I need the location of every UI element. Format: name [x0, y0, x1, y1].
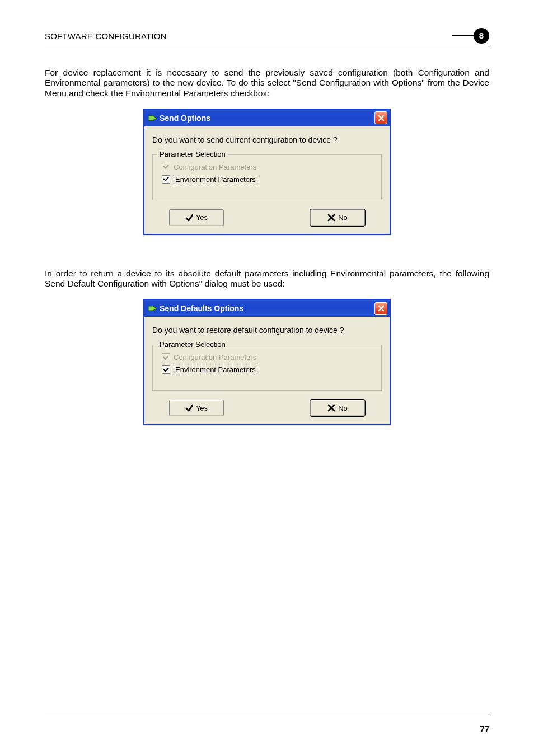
group-legend: Parameter Selection: [157, 340, 228, 349]
dialog2-titlebar[interactable]: Send Defaults Options: [144, 300, 390, 317]
config-parameters-checkbox-row: Configuration Parameters: [162, 353, 376, 361]
paragraph-1: For device replacement it is necessary t…: [45, 68, 489, 98]
environment-parameters-checkbox-row[interactable]: Environment Parameters: [162, 175, 376, 184]
page-header: SOFTWARE CONFIGURATION 8: [45, 28, 489, 45]
environment-parameters-label: Environment Parameters: [174, 365, 257, 374]
close-button[interactable]: [374, 302, 387, 315]
close-icon: [378, 115, 385, 121]
svg-marker-1: [148, 306, 157, 311]
checkmark-icon: [163, 163, 169, 170]
close-icon: [378, 305, 385, 312]
app-icon: [148, 114, 157, 123]
cross-icon: [327, 404, 335, 412]
chapter-number: 8: [474, 28, 489, 44]
dialog1-title-left: Send Options: [148, 114, 210, 123]
chapter-badge: 8: [456, 28, 489, 44]
dialog1-buttons: Yes No: [152, 209, 382, 226]
dialog2-title-left: Send Defaults Options: [148, 304, 243, 313]
dialog2-question: Do you want to restore default configura…: [152, 326, 382, 335]
cross-icon: [327, 214, 335, 222]
dialog2-buttons: Yes No: [152, 400, 382, 416]
send-options-dialog: Send Options Do you want to send current…: [143, 109, 391, 235]
paragraph-2: In order to return a device to its absol…: [45, 269, 489, 289]
dialog1-question: Do you want to send current configuratio…: [152, 135, 382, 144]
environment-parameters-checkbox-row[interactable]: Environment Parameters: [162, 365, 376, 374]
checkmark-icon: [185, 214, 193, 222]
page-number: 77: [480, 724, 489, 734]
environment-parameters-checkbox[interactable]: [162, 175, 170, 184]
dialog2-wrap: Send Defaults Options Do you want to res…: [45, 299, 489, 425]
config-parameters-label: Configuration Parameters: [174, 353, 256, 361]
yes-button[interactable]: Yes: [169, 209, 224, 226]
dialog1-titlebar[interactable]: Send Options: [144, 110, 390, 126]
checkmark-icon: [163, 354, 169, 360]
dialog1-title: Send Options: [160, 114, 210, 123]
parameter-selection-group: Parameter Selection Configuration Parame…: [152, 154, 382, 200]
document-page: SOFTWARE CONFIGURATION 8 For device repl…: [0, 0, 534, 756]
no-button[interactable]: No: [310, 209, 365, 226]
yes-label: Yes: [196, 404, 208, 412]
send-defaults-options-dialog: Send Defaults Options Do you want to res…: [143, 299, 391, 425]
dialog2-body: Do you want to restore default configura…: [144, 317, 390, 424]
environment-parameters-label: Environment Parameters: [174, 175, 257, 184]
checkmark-icon: [163, 176, 169, 182]
config-parameters-checkbox: [162, 353, 170, 361]
page-footer: 77: [45, 716, 489, 734]
dialog1-wrap: Send Options Do you want to send current…: [45, 109, 489, 235]
dialog2-title: Send Defaults Options: [160, 304, 243, 313]
parameter-selection-group: Parameter Selection Configuration Parame…: [152, 345, 382, 391]
yes-label: Yes: [196, 213, 208, 222]
config-parameters-checkbox-row: Configuration Parameters: [162, 163, 376, 171]
checkmark-icon: [163, 366, 169, 372]
checkmark-icon: [185, 404, 193, 412]
close-button[interactable]: [374, 111, 387, 124]
app-icon: [148, 304, 157, 313]
badge-connector-line: [452, 35, 474, 36]
no-label: No: [338, 404, 348, 412]
config-parameters-checkbox: [162, 163, 170, 171]
yes-button[interactable]: Yes: [169, 400, 224, 416]
group-legend: Parameter Selection: [157, 150, 228, 158]
dialog1-body: Do you want to send current configuratio…: [144, 126, 390, 234]
header-title: SOFTWARE CONFIGURATION: [45, 31, 167, 41]
no-label: No: [338, 213, 348, 222]
config-parameters-label: Configuration Parameters: [174, 163, 256, 171]
svg-marker-0: [148, 116, 157, 120]
environment-parameters-checkbox[interactable]: [162, 365, 170, 374]
no-button[interactable]: No: [310, 400, 365, 416]
